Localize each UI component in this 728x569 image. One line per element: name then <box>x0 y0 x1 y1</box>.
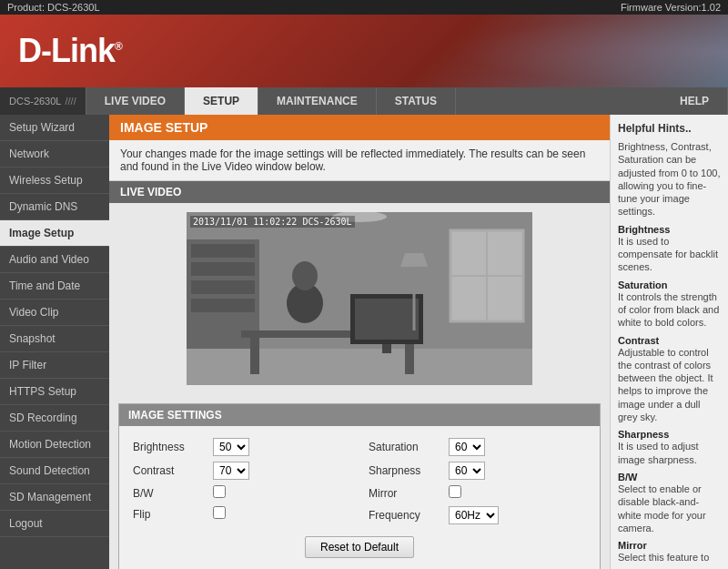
image-settings-title: IMAGE SETTINGS <box>119 404 600 426</box>
svg-rect-8 <box>191 244 255 258</box>
flip-input[interactable] <box>213 506 226 522</box>
mirror-label: Mirror <box>369 487 441 500</box>
logo: D-Link® <box>18 32 122 70</box>
brightness-row: Brightness 50 <box>133 435 350 459</box>
sidebar-item-wireless-setup[interactable]: Wireless Setup <box>0 168 109 194</box>
live-video-container: 2013/11/01 11:02:22 DCS-2630L <box>109 203 610 394</box>
flip-checkbox[interactable] <box>213 506 226 519</box>
tab-live-video[interactable]: LIVE VIDEO <box>86 87 185 115</box>
frequency-input[interactable]: 60Hz <box>449 506 499 524</box>
svg-rect-17 <box>382 344 391 353</box>
reset-btn-row: Reset to Default <box>133 536 586 565</box>
bw-input[interactable] <box>213 485 226 501</box>
contrast-row: Contrast 70 <box>133 459 350 483</box>
nav-tabs: DCS-2630L //// LIVE VIDEO SETUP MAINTENA… <box>0 87 728 115</box>
contrast-select[interactable]: 70 <box>213 462 249 480</box>
svg-point-19 <box>292 261 318 290</box>
content-area: IMAGE SETUP Your changes made for the im… <box>109 115 610 569</box>
device-label: DCS-2630L //// <box>0 87 86 115</box>
logo-trademark: ® <box>115 40 122 53</box>
sidebar-item-time-and-date[interactable]: Time and Date <box>0 273 109 300</box>
logo-text: D-Link <box>18 32 115 69</box>
sidebar-item-network[interactable]: Network <box>0 141 109 168</box>
tab-help[interactable]: HELP <box>662 87 728 115</box>
svg-rect-13 <box>250 338 259 374</box>
brightness-input[interactable]: 50 <box>213 438 249 456</box>
help-bw: B/W Select to enable or disable black-an… <box>618 472 721 534</box>
help-title: Helpful Hints.. <box>618 122 721 135</box>
saturation-input[interactable]: 60 <box>449 438 485 456</box>
product-label: Product: DCS-2630L <box>7 2 100 13</box>
frequency-label: Frequency <box>369 509 441 522</box>
sidebar-item-dynamic-dns[interactable]: Dynamic DNS <box>0 194 109 220</box>
image-setup-description: Your changes made for the image settings… <box>109 140 610 181</box>
sharpness-row: Sharpness 60 <box>369 459 586 483</box>
bw-checkbox[interactable] <box>213 485 226 498</box>
reset-to-default-button[interactable]: Reset to Default <box>305 536 414 558</box>
tab-status[interactable]: STATUS <box>377 87 456 115</box>
svg-marker-21 <box>400 253 428 267</box>
live-video-title: LIVE VIDEO <box>109 181 610 203</box>
sidebar-item-setup-wizard[interactable]: Setup Wizard <box>0 115 109 141</box>
top-bar: Product: DCS-2630L Firmware Version:1.02 <box>0 0 728 15</box>
frequency-select[interactable]: 60Hz <box>449 506 499 524</box>
brightness-select[interactable]: 50 <box>213 438 249 456</box>
settings-right-col: Saturation 60 Sharpness 60 <box>369 435 586 527</box>
saturation-row: Saturation 60 <box>369 435 586 459</box>
svg-rect-16 <box>355 299 419 340</box>
sidebar-item-logout[interactable]: Logout <box>0 511 109 537</box>
sidebar-item-https-setup[interactable]: HTTPS Setup <box>0 379 109 405</box>
tab-setup[interactable]: SETUP <box>185 87 258 115</box>
sidebar-item-sd-recording[interactable]: SD Recording <box>0 405 109 432</box>
header: D-Link® <box>0 15 728 87</box>
image-setup-title: IMAGE SETUP <box>109 115 610 140</box>
sidebar-item-motion-detection[interactable]: Motion Detection <box>0 432 109 458</box>
svg-rect-11 <box>191 299 255 312</box>
camera-timestamp: 2013/11/01 11:02:22 DCS-2630L <box>190 216 355 228</box>
settings-left-col: Brightness 50 Contrast 70 <box>133 435 350 527</box>
flip-row: Flip <box>133 503 350 524</box>
mirror-checkbox[interactable] <box>449 485 461 498</box>
sidebar-item-video-clip[interactable]: Video Clip <box>0 300 109 326</box>
saturation-label: Saturation <box>369 441 441 453</box>
flip-label: Flip <box>133 508 206 521</box>
sidebar-item-audio-and-video[interactable]: Audio and Video <box>0 247 109 273</box>
firmware-label: Firmware Version:1.02 <box>621 2 721 13</box>
svg-rect-9 <box>191 262 255 276</box>
settings-body: Brightness 50 Contrast 70 <box>119 426 600 569</box>
camera-scene: 2013/11/01 11:02:22 DCS-2630L <box>187 212 532 385</box>
bw-label: B/W <box>133 487 206 500</box>
sidebar-item-sound-detection[interactable]: Sound Detection <box>0 458 109 484</box>
sidebar: Setup Wizard Network Wireless Setup Dyna… <box>0 115 109 569</box>
mirror-row: Mirror <box>369 483 586 503</box>
help-contrast: Contrast Adjustable to control the contr… <box>618 335 721 424</box>
help-brightness: Brightness It is used to compensate for … <box>618 224 721 274</box>
help-mirror: Mirror Select this feature to <box>618 540 721 564</box>
brightness-label: Brightness <box>133 441 206 453</box>
help-saturation: Saturation It controls the strength of c… <box>618 279 721 330</box>
camera-feed: 2013/11/01 11:02:22 DCS-2630L <box>187 212 532 385</box>
sharpness-input[interactable]: 60 <box>449 462 485 480</box>
image-settings-section: IMAGE SETTINGS Brightness 50 <box>118 403 601 569</box>
help-intro: Brightness, Contrast, Saturation can be … <box>618 140 721 218</box>
sharpness-select[interactable]: 60 <box>449 462 485 480</box>
bw-row: B/W <box>133 483 350 503</box>
sidebar-item-ip-filter[interactable]: IP Filter <box>0 352 109 379</box>
svg-rect-10 <box>191 280 255 294</box>
main-layout: Setup Wizard Network Wireless Setup Dyna… <box>0 115 728 569</box>
saturation-select[interactable]: 60 <box>449 438 485 456</box>
sidebar-item-snapshot[interactable]: Snapshot <box>0 326 109 352</box>
sidebar-item-sd-management[interactable]: SD Management <box>0 484 109 511</box>
sidebar-item-image-setup[interactable]: Image Setup <box>0 220 109 247</box>
contrast-input[interactable]: 70 <box>213 462 249 480</box>
help-sharpness: Sharpness It is used to adjust image sha… <box>618 429 721 466</box>
contrast-label: Contrast <box>133 464 206 477</box>
help-panel: Helpful Hints.. Brightness, Contrast, Sa… <box>610 115 728 569</box>
frequency-row: Frequency 60Hz <box>369 503 586 527</box>
tab-maintenance[interactable]: MAINTENANCE <box>258 87 377 115</box>
sharpness-label: Sharpness <box>369 464 441 477</box>
mirror-input[interactable] <box>449 485 461 501</box>
settings-grid: Brightness 50 Contrast 70 <box>133 435 586 527</box>
